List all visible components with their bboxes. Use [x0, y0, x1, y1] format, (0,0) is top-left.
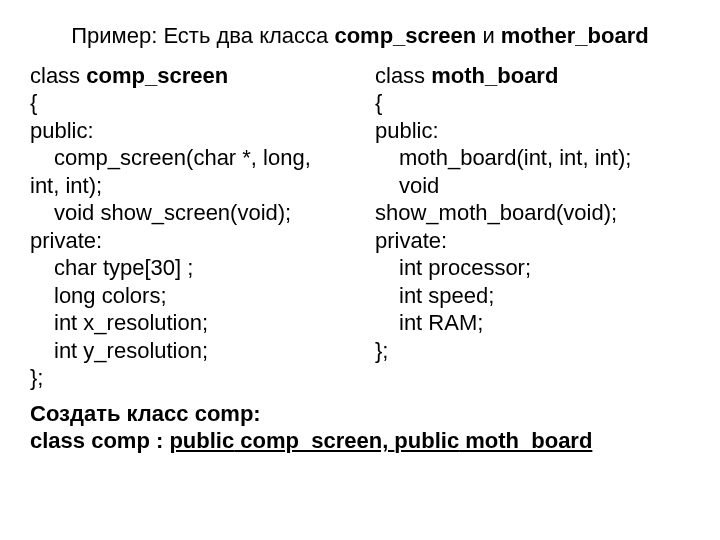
left-line-9: long colors;: [30, 282, 345, 310]
right-line-4: moth_board(int, int, int);: [375, 144, 690, 172]
right-line-5: void: [375, 172, 690, 200]
left-line-1: class comp_screen: [30, 62, 345, 90]
right-line-8: int processor;: [375, 254, 690, 282]
right-line-2: {: [375, 89, 690, 117]
right-line-1: class moth_board: [375, 62, 690, 90]
footer-line-2: class comp : public comp_screen, public …: [30, 427, 690, 455]
right-line-3: public:: [375, 117, 690, 145]
right-line-7: private:: [375, 227, 690, 255]
left-line-11: int y_resolution;: [30, 337, 345, 365]
left-line-2: {: [30, 89, 345, 117]
kw-public: public: [394, 428, 459, 453]
right-column: class moth_board { public: moth_board(in…: [375, 62, 690, 392]
left-line-12: };: [30, 364, 345, 392]
base-2: moth_board: [459, 428, 592, 453]
base-1: comp_screen,: [234, 428, 394, 453]
footer-text: class comp :: [30, 428, 169, 453]
right-line-10: int RAM;: [375, 309, 690, 337]
title: Пример: Есть два класса comp_screen и mo…: [30, 22, 690, 50]
title-class1: comp_screen: [334, 23, 476, 48]
right-line-9: int speed;: [375, 282, 690, 310]
footer: Создать класс comp: class comp : public …: [30, 400, 690, 455]
kw-class: class: [30, 63, 86, 88]
left-line-7: private:: [30, 227, 345, 255]
right-line-11: };: [375, 337, 690, 365]
left-line-3: public:: [30, 117, 345, 145]
left-line-10: int x_resolution;: [30, 309, 345, 337]
class-name: comp_screen: [86, 63, 228, 88]
left-line-4: comp_screen(char *, long,: [30, 144, 345, 172]
left-line-5: int, int);: [30, 172, 345, 200]
columns: class comp_screen { public: comp_screen(…: [30, 62, 690, 392]
footer-line-1: Создать класс comp:: [30, 400, 690, 428]
title-mid: и: [476, 23, 501, 48]
title-class2: mother_board: [501, 23, 649, 48]
left-line-6: void show_screen(void);: [30, 199, 345, 227]
title-prefix: Пример: Есть два класса: [71, 23, 334, 48]
kw-public: public: [169, 428, 234, 453]
slide: Пример: Есть два класса comp_screen и mo…: [0, 0, 720, 465]
class-name: moth_board: [431, 63, 558, 88]
left-column: class comp_screen { public: comp_screen(…: [30, 62, 345, 392]
kw-class: class: [375, 63, 431, 88]
right-line-6: show_moth_board(void);: [375, 199, 690, 227]
left-line-8: char type[30] ;: [30, 254, 345, 282]
footer-underline-1: public comp_screen, public moth_board: [169, 428, 592, 453]
